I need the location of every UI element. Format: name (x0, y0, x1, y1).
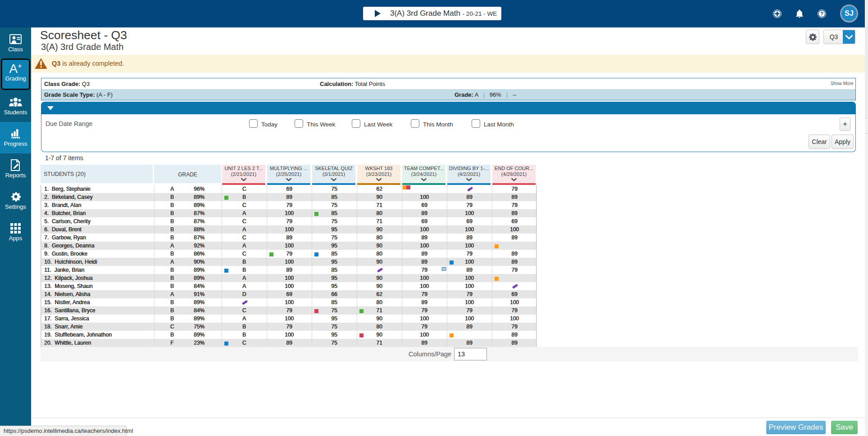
svg-text:?: ? (820, 11, 823, 16)
